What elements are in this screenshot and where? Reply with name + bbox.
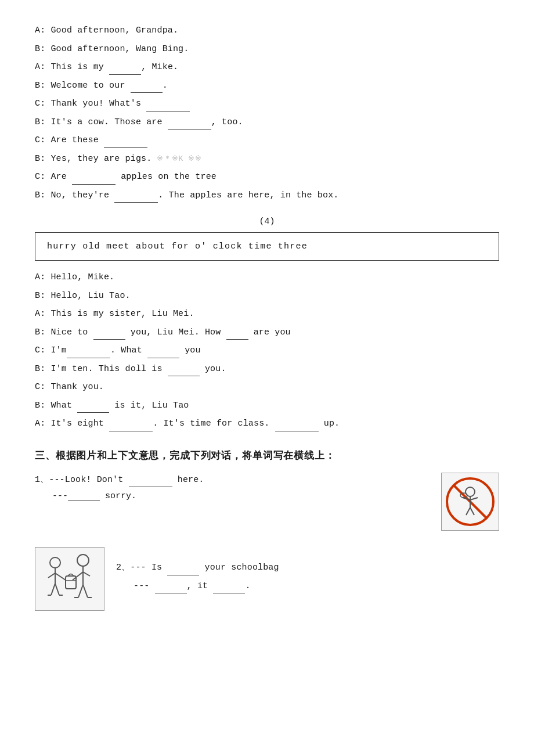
item1-line1: 1、---Look! Don't here. [35, 473, 430, 488]
svg-line-5 [470, 498, 478, 500]
dialog-line-4: B: Welcome to our . [35, 78, 499, 93]
dialog-section-3: A: Good afternoon, Grandpa. B: Good afte… [35, 23, 499, 203]
d4-line-9: A: It's eight . It's time for class. up. [35, 416, 499, 431]
d4-line-1: A: Hello, Mike. [35, 270, 499, 285]
blank-3[interactable] [146, 101, 190, 111]
blank-16[interactable] [129, 477, 172, 487]
exercise-item-1: 1、---Look! Don't here. --- sorry. [35, 473, 499, 531]
svg-line-6 [466, 507, 470, 515]
blank-1[interactable] [109, 64, 141, 75]
dialog-line-7: C: Are these [35, 133, 499, 148]
blank-6[interactable] [72, 174, 116, 185]
blank-7[interactable] [114, 192, 158, 203]
blank-10[interactable] [67, 348, 110, 358]
d4-line-8: B: What is it, Liu Tao [35, 398, 499, 413]
d4-line-7: C: Thank you. [35, 380, 499, 395]
blank-11[interactable] [147, 348, 179, 358]
section-3-title: 三、根据图片和上下文意思，完成下列对话，将单词写在横线上： [35, 449, 499, 462]
section-label-4: (4) [35, 217, 499, 226]
dialog-line-10: B: No, they're . The apples are here, in… [35, 188, 499, 203]
blank-14[interactable] [109, 421, 153, 431]
item2-line1: 2、--- Is your schoolbag [116, 560, 499, 575]
blank-12[interactable] [168, 366, 200, 376]
dialog-line-8: B: Yes, they are pigs. ※＊※K ※※ [35, 152, 499, 167]
blank-5[interactable] [104, 138, 147, 148]
d4-line-3: A: This is my sister, Liu Mei. [35, 307, 499, 322]
schoolbag-svg [38, 550, 102, 608]
item1-line2: --- sorry. [52, 491, 430, 501]
d4-line-4: B: Nice to you, Liu Mei. How are you [35, 325, 499, 340]
dialog-line-6: B: It's a cow. Those are , too. [35, 115, 499, 130]
blank-2[interactable] [131, 82, 163, 93]
svg-line-12 [55, 573, 66, 580]
item2-text: 2、--- Is your schoolbag --- , it . [116, 560, 499, 597]
d4-line-6: B: I'm ten. This doll is you. [35, 362, 499, 377]
blank-8[interactable] [93, 329, 125, 340]
blank-13[interactable] [77, 402, 109, 413]
faint-annotation: ※＊※K ※※ [157, 154, 201, 163]
svg-line-13 [51, 584, 55, 595]
svg-line-22 [83, 585, 88, 597]
item1-sorry: sorry. [100, 491, 136, 501]
blank-20[interactable] [213, 583, 245, 593]
dialog-line-1: A: Good afternoon, Grandpa. [35, 23, 499, 38]
schoolbag-image [35, 547, 104, 611]
item1-here: here. [172, 475, 204, 485]
svg-point-9 [50, 557, 60, 568]
blank-15[interactable] [275, 421, 319, 431]
item2-line2: --- , it . [134, 579, 499, 594]
blank-18[interactable] [167, 565, 199, 575]
svg-line-21 [78, 585, 83, 597]
no-eating-image [441, 473, 499, 531]
item1-number: 1、---Look! Don't [35, 475, 129, 485]
dialog-line-3: A: This is my , Mike. [35, 60, 499, 75]
dialog-line-2: B: Good afternoon, Wang Bing. [35, 42, 499, 57]
blank-9[interactable] [226, 329, 248, 340]
dialog-line-9: C: Are apples on the tree [35, 170, 499, 185]
svg-point-17 [77, 555, 89, 566]
word-box: hurry old meet about for o' clock time t… [35, 232, 499, 261]
d4-line-5: C: I'm. What you [35, 343, 499, 358]
d4-line-2: B: Hello, Liu Tao. [35, 289, 499, 304]
dialog-section-4: A: Hello, Mike. B: Hello, Liu Tao. A: Th… [35, 270, 499, 431]
dialog-line-5: C: Thank you! What's [35, 96, 499, 111]
svg-line-20 [83, 572, 90, 576]
svg-line-11 [48, 573, 55, 578]
blank-19[interactable] [155, 583, 187, 593]
no-eating-svg [444, 476, 496, 528]
word-box-content: hurry old meet about for o' clock time t… [47, 242, 308, 251]
blank-4[interactable] [168, 119, 211, 129]
svg-line-7 [470, 507, 474, 515]
blank-17[interactable] [68, 491, 100, 501]
item1-text: 1、---Look! Don't here. --- sorry. [35, 473, 430, 502]
exercise-item-2: 2、--- Is your schoolbag --- , it . [35, 547, 499, 611]
svg-line-14 [55, 584, 59, 595]
